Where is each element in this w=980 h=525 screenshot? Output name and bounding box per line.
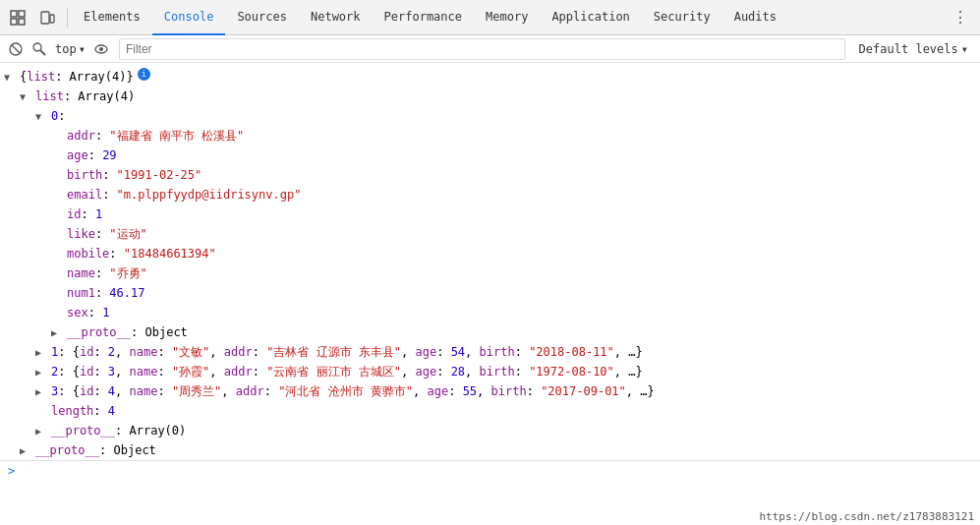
svg-point-11 [99, 47, 103, 51]
console-birth-line: birth: "1991-02-25" [0, 165, 980, 185]
tab-security[interactable]: Security [642, 0, 722, 35]
eye-icon[interactable] [89, 37, 113, 61]
expand-arrow-list[interactable]: ▼ [20, 88, 26, 106]
console-length-line: length: 4 [0, 401, 980, 421]
svg-rect-4 [41, 12, 49, 24]
chevron-down-icon: ▾ [79, 42, 86, 56]
expand-arrow-3[interactable]: ▶ [35, 383, 41, 401]
console-age-line: age: 29 [0, 146, 980, 165]
default-levels-label: Default levels [859, 42, 958, 56]
context-value: top [55, 42, 77, 56]
info-icon[interactable]: i [138, 68, 150, 81]
filter-icon[interactable] [28, 37, 51, 61]
console-like-line: like: "运动" [0, 224, 980, 244]
console-output: ▼ {list: Array(4)} i ▼ list: Array(4) ▼ … [0, 63, 980, 525]
device-icon[interactable] [33, 4, 61, 31]
clear-console-button[interactable] [4, 37, 28, 61]
console-sex-line: sex: 1 [0, 303, 980, 322]
expand-proto-outer[interactable]: ▶ [20, 442, 26, 460]
console-item2-line[interactable]: ▶ 2: {id: 3, name: "孙霞", addr: "云南省 丽江市 … [0, 362, 980, 381]
console-proto-outer-line[interactable]: ▶ __proto__: Object [0, 440, 980, 460]
url-hint: https://blog.csdn.net/z1783883121 [753, 508, 980, 525]
console-item3-line[interactable]: ▶ 3: {id: 4, name: "周秀兰", addr: "河北省 沧州市… [0, 381, 980, 401]
svg-point-8 [33, 43, 41, 51]
console-name-line: name: "乔勇" [0, 263, 980, 283]
expand-arrow-root[interactable]: ▼ [4, 69, 10, 87]
console-email-line: email: "m.plppfyydp@iidrisynv.gp" [0, 185, 980, 204]
tab-console[interactable]: Console [152, 0, 226, 35]
tab-elements[interactable]: Elements [72, 0, 152, 35]
more-tabs-icon[interactable]: ⋮ [945, 0, 976, 35]
tab-sources[interactable]: Sources [225, 0, 299, 35]
expand-proto-array[interactable]: ▶ [35, 423, 41, 440]
console-item1-line[interactable]: ▶ 1: {id: 2, name: "文敏", addr: "吉林省 辽源市 … [0, 342, 980, 362]
svg-line-7 [12, 45, 20, 53]
expand-arrow-1[interactable]: ▶ [35, 344, 41, 362]
default-levels-selector[interactable]: Default levels ▾ [851, 40, 976, 58]
tab-audits[interactable]: Audits [722, 0, 788, 35]
devtools-tab-bar: Elements Console Sources Network Perform… [0, 0, 980, 35]
svg-line-9 [40, 50, 45, 55]
tab-separator [67, 8, 68, 28]
console-item0-line[interactable]: ▼ 0: [0, 106, 980, 126]
expand-arrow-0[interactable]: ▼ [35, 108, 41, 126]
expand-proto-inner[interactable]: ▶ [51, 324, 57, 342]
inspect-icon[interactable] [4, 4, 31, 31]
console-id-line: id: 1 [0, 204, 980, 224]
prompt-symbol: > [8, 464, 15, 478]
svg-rect-0 [11, 11, 17, 17]
svg-rect-5 [50, 15, 54, 23]
tab-memory[interactable]: Memory [474, 0, 540, 35]
console-proto-array-line[interactable]: ▶ __proto__: Array(0) [0, 421, 980, 440]
levels-chevron-icon: ▾ [961, 42, 968, 56]
tab-network[interactable]: Network [299, 0, 373, 35]
console-toolbar: top ▾ Default levels ▾ [0, 35, 980, 63]
console-prompt-line[interactable]: > [0, 460, 980, 480]
expand-arrow-2[interactable]: ▶ [35, 364, 41, 381]
console-mobile-line: mobile: "18484661394" [0, 244, 980, 263]
console-root-line[interactable]: ▼ {list: Array(4)} i [0, 67, 980, 87]
context-selector[interactable]: top ▾ [51, 40, 89, 58]
tab-performance[interactable]: Performance [373, 0, 474, 35]
svg-rect-3 [19, 19, 25, 25]
console-addr-line: addr: "福建省 南平市 松溪县" [0, 126, 980, 146]
svg-rect-2 [11, 19, 17, 25]
svg-rect-1 [19, 11, 25, 17]
console-list-line[interactable]: ▼ list: Array(4) [0, 87, 980, 106]
console-proto-inner-line[interactable]: ▶ __proto__: Object [0, 322, 980, 342]
console-num1-line: num1: 46.17 [0, 283, 980, 303]
filter-input[interactable] [119, 38, 845, 60]
tab-application[interactable]: Application [540, 0, 641, 35]
